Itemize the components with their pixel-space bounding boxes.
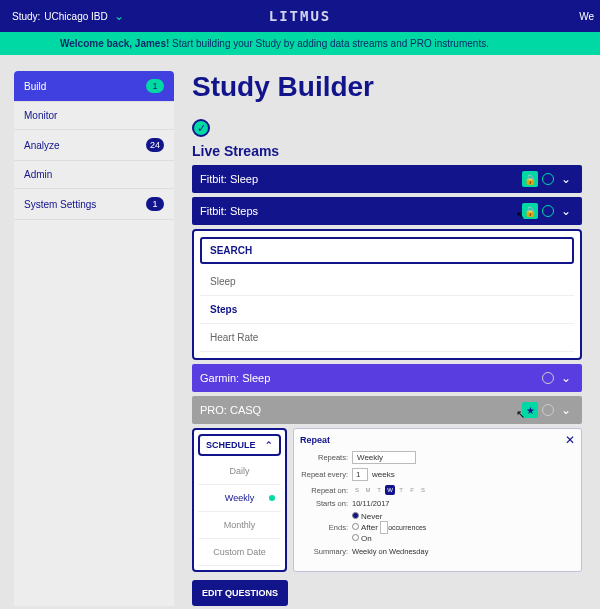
topbar: Study: UChicago IBD ⌄ LITMUS We [0,0,600,32]
edit-questions-button[interactable]: EDIT QUESTIONS [192,580,288,606]
sidebar-item-label: Monitor [24,110,57,121]
repeat-every-unit: weeks [372,470,395,479]
brand-logo: LITMUS [269,8,332,24]
check-icon: ✓ [192,119,210,137]
schedule-header[interactable]: SCHEDULE ⌃ [198,434,281,456]
sidebar-item-label: Build [24,81,46,92]
starts-on-value[interactable]: 10/11/2017 [352,499,390,508]
search-option-heart-rate[interactable]: Heart Rate [200,324,574,352]
stream-pro-casq[interactable]: PRO: CASQ ★ ⌄ ↖ [192,396,582,424]
badge: 24 [146,138,164,152]
day-s2[interactable]: S [418,485,428,495]
end-option-on[interactable]: On [352,534,426,543]
badge: 1 [146,197,164,211]
summary-value: Weekly on Wednesday [352,547,428,556]
chevron-down-icon[interactable]: ⌄ [558,203,574,219]
page-title: Study Builder [192,71,582,103]
day-t2[interactable]: T [396,485,406,495]
sidebar-item-analyze[interactable]: Analyze 24 [14,130,174,161]
end-option-after[interactable]: After occurrences [352,523,426,532]
schedule-option-daily[interactable]: Daily [198,458,281,485]
stream-fitbit-steps[interactable]: Fitbit: Steps 🔒 ⌄ ↖ [192,197,582,225]
chevron-down-icon: ⌄ [114,9,124,23]
topbar-right: We [579,11,594,22]
cursor-icon: ↖ [516,209,525,222]
schedule-option-custom[interactable]: Custom Date [198,539,281,566]
status-ring-icon[interactable] [542,205,554,217]
day-f[interactable]: F [407,485,417,495]
content: Study Builder ✓ Live Streams Fitbit: Sle… [174,71,600,606]
schedule-option-weekly[interactable]: Weekly [198,485,281,512]
schedule-option-label: Weekly [225,493,254,503]
sidebar-item-label: Admin [24,169,52,180]
radio-icon [352,512,359,519]
ends-label: Ends: [300,523,348,532]
repeat-title: Repeat [300,435,575,445]
repeat-every-label: Repeat every: [300,470,348,479]
cursor-icon: ↖ [516,408,525,421]
end-option-never[interactable]: Never [352,512,426,521]
starts-on-label: Starts on: [300,499,348,508]
welcome-banner: Welcome back, James! Start building your… [0,32,600,55]
stream-title: PRO: CASQ [200,404,522,416]
status-ring-icon[interactable] [542,372,554,384]
search-input[interactable]: SEARCH [200,237,574,264]
schedule-panel: SCHEDULE ⌃ Daily Weekly Monthly Custom D… [192,428,287,572]
day-picker: S M T W T F S [352,485,428,495]
sidebar-item-label: System Settings [24,199,96,210]
schedule-option-monthly[interactable]: Monthly [198,512,281,539]
selected-dot-icon [269,495,275,501]
day-w[interactable]: W [385,485,395,495]
search-panel: SEARCH Sleep Steps Heart Rate [192,229,582,360]
occurrences-input[interactable] [380,521,388,534]
radio-icon [352,523,359,530]
end-option-label: Never [361,512,382,521]
stream-title: Fitbit: Steps [200,205,522,217]
study-name: UChicago IBD [44,11,107,22]
repeat-panel: ✕ Repeat Repeats:Weekly Repeat every:1we… [293,428,582,572]
search-option-sleep[interactable]: Sleep [200,268,574,296]
stream-garmin-sleep[interactable]: Garmin: Sleep ⌄ [192,364,582,392]
study-label: Study: [12,11,40,22]
day-s[interactable]: S [352,485,362,495]
schedule-header-label: SCHEDULE [206,440,256,450]
section-heading: Live Streams [192,143,582,159]
end-option-label: On [361,534,372,543]
status-ring-icon[interactable] [542,404,554,416]
sidebar-item-admin[interactable]: Admin [14,161,174,189]
end-option-label: After [361,523,378,532]
chevron-down-icon[interactable]: ⌄ [558,402,574,418]
sidebar-item-build[interactable]: Build 1 [14,71,174,102]
sidebar-item-label: Analyze [24,140,60,151]
sidebar-item-monitor[interactable]: Monitor [14,102,174,130]
summary-label: Summary: [300,547,348,556]
sidebar-item-system-settings[interactable]: System Settings 1 [14,189,174,220]
repeat-every-num[interactable]: 1 [352,468,368,481]
study-selector[interactable]: Study: UChicago IBD ⌄ [12,9,124,23]
radio-icon [352,534,359,541]
day-m[interactable]: M [363,485,373,495]
day-t[interactable]: T [374,485,384,495]
repeats-select[interactable]: Weekly [352,451,416,464]
chevron-down-icon[interactable]: ⌄ [558,171,574,187]
lock-icon[interactable]: 🔒 [522,171,538,187]
status-ring-icon[interactable] [542,173,554,185]
stream-title: Fitbit: Sleep [200,173,522,185]
search-option-steps[interactable]: Steps [200,296,574,324]
banner-text: Start building your Study by adding data… [169,38,489,49]
stream-fitbit-sleep[interactable]: Fitbit: Sleep 🔒 ⌄ [192,165,582,193]
stream-title: Garmin: Sleep [200,372,542,384]
end-option-suffix: occurrences [388,524,426,531]
close-icon[interactable]: ✕ [565,433,575,447]
badge: 1 [146,79,164,93]
repeats-label: Repeats: [300,453,348,462]
repeat-on-label: Repeat on: [300,486,348,495]
banner-bold: Welcome back, James! [60,38,169,49]
chevron-up-icon: ⌃ [265,440,273,450]
chevron-down-icon[interactable]: ⌄ [558,370,574,386]
sidebar: Build 1 Monitor Analyze 24 Admin System … [14,71,174,606]
